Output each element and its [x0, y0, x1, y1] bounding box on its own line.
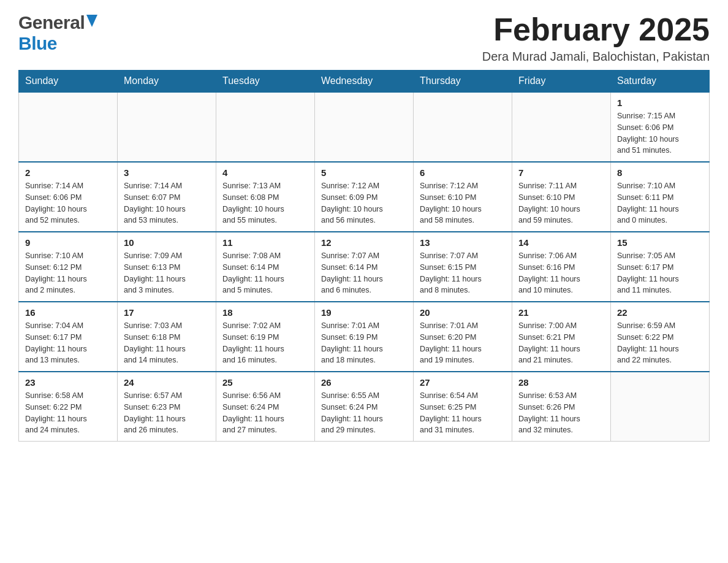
day-number: 25: [222, 377, 308, 388]
day-info: Sunrise: 6:53 AM Sunset: 6:26 PM Dayligh…: [518, 390, 604, 436]
day-info: Sunrise: 6:59 AM Sunset: 6:22 PM Dayligh…: [617, 320, 703, 366]
table-row: 24Sunrise: 6:57 AM Sunset: 6:23 PM Dayli…: [118, 372, 216, 442]
day-info: Sunrise: 7:07 AM Sunset: 6:14 PM Dayligh…: [321, 250, 407, 296]
day-info: Sunrise: 6:56 AM Sunset: 6:24 PM Dayligh…: [222, 390, 308, 436]
table-row: [512, 92, 611, 162]
table-row: 10Sunrise: 7:09 AM Sunset: 6:13 PM Dayli…: [118, 232, 216, 302]
day-number: 17: [124, 307, 210, 318]
day-number: 6: [420, 167, 506, 178]
day-info: Sunrise: 6:54 AM Sunset: 6:25 PM Dayligh…: [420, 390, 506, 436]
calendar-week-row: 2Sunrise: 7:14 AM Sunset: 6:06 PM Daylig…: [19, 162, 710, 232]
day-info: Sunrise: 7:13 AM Sunset: 6:08 PM Dayligh…: [222, 180, 308, 226]
table-row: 5Sunrise: 7:12 AM Sunset: 6:09 PM Daylig…: [315, 162, 414, 232]
page-header: General Blue February 2025 Dera Murad Ja…: [18, 12, 710, 64]
day-number: 8: [617, 167, 703, 178]
header-tuesday: Tuesday: [216, 71, 315, 93]
table-row: 21Sunrise: 7:00 AM Sunset: 6:21 PM Dayli…: [512, 302, 611, 372]
table-row: [414, 92, 512, 162]
day-number: 20: [420, 307, 506, 318]
table-row: [19, 92, 118, 162]
month-title: February 2025: [482, 12, 710, 47]
day-info: Sunrise: 6:57 AM Sunset: 6:23 PM Dayligh…: [124, 390, 210, 436]
day-info: Sunrise: 7:01 AM Sunset: 6:19 PM Dayligh…: [321, 320, 407, 366]
day-info: Sunrise: 7:12 AM Sunset: 6:09 PM Dayligh…: [321, 180, 407, 226]
location-subtitle: Dera Murad Jamali, Balochistan, Pakistan: [482, 50, 710, 64]
table-row: 20Sunrise: 7:01 AM Sunset: 6:20 PM Dayli…: [414, 302, 512, 372]
table-row: 8Sunrise: 7:10 AM Sunset: 6:11 PM Daylig…: [611, 162, 710, 232]
table-row: 17Sunrise: 7:03 AM Sunset: 6:18 PM Dayli…: [118, 302, 216, 372]
day-number: 7: [518, 167, 604, 178]
calendar-week-row: 23Sunrise: 6:58 AM Sunset: 6:22 PM Dayli…: [19, 372, 710, 442]
table-row: 2Sunrise: 7:14 AM Sunset: 6:06 PM Daylig…: [19, 162, 118, 232]
day-number: 15: [617, 237, 703, 248]
table-row: [611, 372, 710, 442]
day-number: 23: [25, 377, 111, 388]
header-friday: Friday: [512, 71, 611, 93]
day-number: 28: [518, 377, 604, 388]
table-row: 18Sunrise: 7:02 AM Sunset: 6:19 PM Dayli…: [216, 302, 315, 372]
day-info: Sunrise: 7:14 AM Sunset: 6:07 PM Dayligh…: [124, 180, 210, 226]
day-info: Sunrise: 7:07 AM Sunset: 6:15 PM Dayligh…: [420, 250, 506, 296]
day-info: Sunrise: 7:06 AM Sunset: 6:16 PM Dayligh…: [518, 250, 604, 296]
day-info: Sunrise: 7:14 AM Sunset: 6:06 PM Dayligh…: [25, 180, 111, 226]
day-info: Sunrise: 7:05 AM Sunset: 6:17 PM Dayligh…: [617, 250, 703, 296]
header-wednesday: Wednesday: [315, 71, 414, 93]
logo-blue: Blue: [18, 33, 57, 53]
header-thursday: Thursday: [414, 71, 512, 93]
calendar-week-row: 1Sunrise: 7:15 AM Sunset: 6:06 PM Daylig…: [19, 92, 710, 162]
day-number: 2: [25, 167, 111, 178]
table-row: [315, 92, 414, 162]
title-area: February 2025 Dera Murad Jamali, Balochi…: [482, 12, 710, 64]
day-number: 24: [124, 377, 210, 388]
table-row: 12Sunrise: 7:07 AM Sunset: 6:14 PM Dayli…: [315, 232, 414, 302]
day-number: 18: [222, 307, 308, 318]
logo-general: General: [18, 12, 85, 33]
day-number: 5: [321, 167, 407, 178]
table-row: 11Sunrise: 7:08 AM Sunset: 6:14 PM Dayli…: [216, 232, 315, 302]
calendar-week-row: 9Sunrise: 7:10 AM Sunset: 6:12 PM Daylig…: [19, 232, 710, 302]
day-info: Sunrise: 7:11 AM Sunset: 6:10 PM Dayligh…: [518, 180, 604, 226]
table-row: 26Sunrise: 6:55 AM Sunset: 6:24 PM Dayli…: [315, 372, 414, 442]
table-row: 13Sunrise: 7:07 AM Sunset: 6:15 PM Dayli…: [414, 232, 512, 302]
day-number: 9: [25, 237, 111, 248]
table-row: 4Sunrise: 7:13 AM Sunset: 6:08 PM Daylig…: [216, 162, 315, 232]
day-number: 4: [222, 167, 308, 178]
table-row: 6Sunrise: 7:12 AM Sunset: 6:10 PM Daylig…: [414, 162, 512, 232]
day-number: 10: [124, 237, 210, 248]
day-info: Sunrise: 7:03 AM Sunset: 6:18 PM Dayligh…: [124, 320, 210, 366]
day-info: Sunrise: 7:01 AM Sunset: 6:20 PM Dayligh…: [420, 320, 506, 366]
table-row: 28Sunrise: 6:53 AM Sunset: 6:26 PM Dayli…: [512, 372, 611, 442]
table-row: [118, 92, 216, 162]
day-number: 12: [321, 237, 407, 248]
day-number: 1: [617, 98, 703, 108]
logo-triangle-icon: [86, 15, 97, 27]
table-row: 19Sunrise: 7:01 AM Sunset: 6:19 PM Dayli…: [315, 302, 414, 372]
table-row: 15Sunrise: 7:05 AM Sunset: 6:17 PM Dayli…: [611, 232, 710, 302]
table-row: 22Sunrise: 6:59 AM Sunset: 6:22 PM Dayli…: [611, 302, 710, 372]
calendar-week-row: 16Sunrise: 7:04 AM Sunset: 6:17 PM Dayli…: [19, 302, 710, 372]
table-row: 14Sunrise: 7:06 AM Sunset: 6:16 PM Dayli…: [512, 232, 611, 302]
table-row: 3Sunrise: 7:14 AM Sunset: 6:07 PM Daylig…: [118, 162, 216, 232]
header-saturday: Saturday: [611, 71, 710, 93]
day-number: 11: [222, 237, 308, 248]
day-number: 27: [420, 377, 506, 388]
table-row: 7Sunrise: 7:11 AM Sunset: 6:10 PM Daylig…: [512, 162, 611, 232]
day-info: Sunrise: 7:10 AM Sunset: 6:12 PM Dayligh…: [25, 250, 111, 296]
table-row: 27Sunrise: 6:54 AM Sunset: 6:25 PM Dayli…: [414, 372, 512, 442]
table-row: 25Sunrise: 6:56 AM Sunset: 6:24 PM Dayli…: [216, 372, 315, 442]
table-row: [216, 92, 315, 162]
day-info: Sunrise: 7:09 AM Sunset: 6:13 PM Dayligh…: [124, 250, 210, 296]
day-number: 21: [518, 307, 604, 318]
day-info: Sunrise: 7:02 AM Sunset: 6:19 PM Dayligh…: [222, 320, 308, 366]
day-number: 14: [518, 237, 604, 248]
calendar-header-row: Sunday Monday Tuesday Wednesday Thursday…: [19, 71, 710, 93]
table-row: 1Sunrise: 7:15 AM Sunset: 6:06 PM Daylig…: [611, 92, 710, 162]
day-info: Sunrise: 6:55 AM Sunset: 6:24 PM Dayligh…: [321, 390, 407, 436]
day-info: Sunrise: 7:12 AM Sunset: 6:10 PM Dayligh…: [420, 180, 506, 226]
header-monday: Monday: [118, 71, 216, 93]
day-info: Sunrise: 7:04 AM Sunset: 6:17 PM Dayligh…: [25, 320, 111, 366]
header-sunday: Sunday: [19, 71, 118, 93]
table-row: 16Sunrise: 7:04 AM Sunset: 6:17 PM Dayli…: [19, 302, 118, 372]
day-number: 19: [321, 307, 407, 318]
logo: General Blue: [18, 12, 97, 54]
